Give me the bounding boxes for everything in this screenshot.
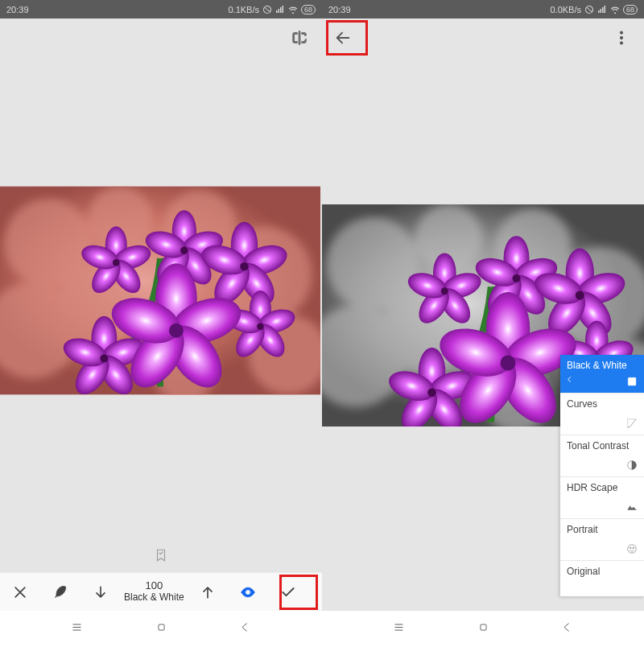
adjust-readout[interactable]: 100 Black & White xyxy=(121,580,188,604)
editor-toolbar: 100 Black & White xyxy=(0,572,322,611)
preview-button[interactable] xyxy=(228,573,268,612)
decrease-button[interactable] xyxy=(80,573,121,612)
adjust-label: Black & White xyxy=(124,592,184,604)
filter-list: Black & White Curves Tonal Contrast HDR … xyxy=(560,355,644,596)
status-time: 20:39 xyxy=(328,5,351,14)
signal-icon xyxy=(597,5,607,14)
nav-home[interactable] xyxy=(477,620,490,637)
filter-label: HDR Scape xyxy=(567,482,638,493)
filter-item-portrait[interactable]: Portrait xyxy=(560,519,644,561)
status-net: 0.0KB/s xyxy=(550,5,581,14)
editor-canvas[interactable] xyxy=(0,57,322,611)
android-nav xyxy=(322,611,644,647)
filter-item-tonal-contrast[interactable]: Tonal Contrast xyxy=(560,435,644,477)
bw-icon xyxy=(626,376,638,389)
chevron-left-icon xyxy=(565,375,574,386)
filter-label: Portrait xyxy=(567,524,638,535)
portrait-icon xyxy=(626,543,638,557)
hdr-icon xyxy=(626,501,638,515)
wifi-icon xyxy=(288,5,298,14)
nav-back[interactable] xyxy=(238,620,252,637)
filter-label: Original xyxy=(567,566,600,577)
signal-icon xyxy=(275,5,285,14)
nav-recents[interactable] xyxy=(70,620,84,637)
overflow-button[interactable] xyxy=(605,22,638,54)
back-button[interactable] xyxy=(327,22,359,54)
right-screenshot: 20:39 0.0KB/s 68 Black & White xyxy=(322,0,644,647)
adjust-value: 100 xyxy=(124,580,184,592)
cancel-button[interactable] xyxy=(0,573,40,612)
compare-button[interactable] xyxy=(283,22,316,54)
filter-label: Curves xyxy=(567,398,638,410)
filter-item-black-and-white[interactable]: Black & White xyxy=(560,355,644,394)
status-time: 20:39 xyxy=(6,5,29,14)
filter-label: Black & White xyxy=(567,360,638,371)
left-screenshot: 20:39 0.1KB/s 68 100 Black & White xyxy=(0,0,322,647)
battery-indicator: 68 xyxy=(301,5,316,14)
filter-item-original[interactable]: Original xyxy=(560,561,644,596)
edited-photo xyxy=(0,186,320,395)
curves-icon xyxy=(626,418,638,431)
filter-item-curves[interactable]: Curves xyxy=(560,394,644,435)
apply-button[interactable] xyxy=(268,573,308,612)
status-bar: 20:39 0.0KB/s 68 xyxy=(322,0,644,19)
battery-indicator: 68 xyxy=(623,5,638,14)
editor-canvas[interactable]: Black & White Curves Tonal Contrast HDR … xyxy=(322,57,644,611)
app-bar xyxy=(322,19,644,57)
status-bar: 20:39 0.1KB/s 68 xyxy=(0,0,322,19)
status-net: 0.1KB/s xyxy=(228,5,259,14)
increase-button[interactable] xyxy=(188,573,228,612)
bookmark-icon[interactable] xyxy=(154,548,168,566)
filter-item-hdr-scape[interactable]: HDR Scape xyxy=(560,477,644,519)
app-bar xyxy=(0,19,322,57)
filter-label: Tonal Contrast xyxy=(567,440,638,451)
nav-recents[interactable] xyxy=(392,620,406,637)
nav-home[interactable] xyxy=(155,620,168,637)
contrast-icon xyxy=(626,459,638,473)
dnd-icon xyxy=(262,5,272,14)
mask-button[interactable] xyxy=(40,573,80,612)
dnd-icon xyxy=(584,5,594,14)
wifi-icon xyxy=(610,5,620,14)
nav-back[interactable] xyxy=(560,620,574,637)
android-nav xyxy=(0,611,322,647)
